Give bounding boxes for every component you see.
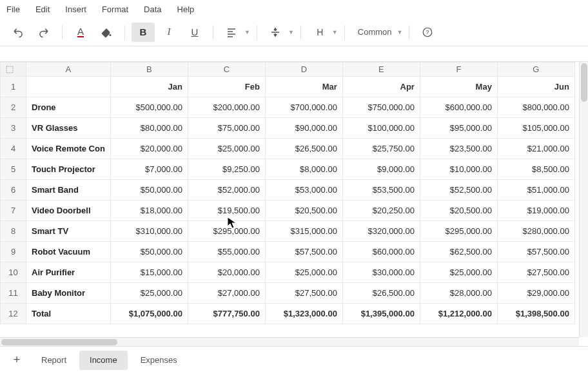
cell[interactable]: $20,000.00 [188, 262, 265, 283]
cell[interactable]: $19,500.00 [188, 200, 265, 221]
cell[interactable]: $800,000.00 [497, 97, 574, 118]
formula-bar[interactable] [0, 46, 588, 62]
cell[interactable]: $8,500.00 [497, 159, 574, 180]
column-header[interactable]: C [188, 63, 265, 77]
cell[interactable]: $52,000.00 [188, 180, 265, 200]
cell[interactable]: $7,000.00 [110, 159, 188, 180]
redo-button[interactable] [32, 23, 55, 42]
scrollbar-thumb[interactable] [1, 339, 117, 345]
select-all-cell[interactable] [1, 63, 26, 77]
cell[interactable]: May [420, 77, 497, 97]
cell[interactable]: $53,500.00 [342, 180, 420, 200]
cell[interactable]: $8,000.00 [265, 159, 342, 180]
cell[interactable]: $57,500.00 [265, 242, 342, 262]
cell[interactable]: $1,075,000.00 [110, 304, 188, 324]
row-header[interactable]: 4 [1, 139, 26, 159]
cell[interactable]: $10,000.00 [420, 159, 497, 180]
sheet-tab-income[interactable]: Income [79, 351, 128, 370]
cell[interactable]: $18,000.00 [110, 200, 188, 221]
cell[interactable]: $60,000.00 [342, 242, 420, 262]
row-header[interactable]: 1 [1, 77, 26, 97]
cell[interactable]: $57,500.00 [497, 242, 574, 262]
cell[interactable]: Mar [265, 77, 342, 97]
column-header[interactable]: B [110, 63, 188, 77]
cell[interactable]: $500,000.00 [110, 97, 188, 118]
cell[interactable]: $105,000.00 [497, 118, 574, 139]
horizontal-scrollbar[interactable] [0, 337, 579, 346]
cell[interactable]: Jun [497, 77, 574, 97]
column-header[interactable]: A [26, 63, 111, 77]
row-header[interactable]: 2 [1, 97, 26, 118]
help-button[interactable]: ? [416, 23, 439, 42]
text-color-button[interactable]: A [69, 23, 92, 42]
cell[interactable]: $75,000.00 [188, 118, 265, 139]
cell[interactable]: $23,500.00 [420, 139, 497, 159]
cell[interactable]: $90,000.00 [265, 118, 342, 139]
cell[interactable]: Jan [110, 77, 188, 97]
row-header[interactable]: 7 [1, 200, 26, 221]
cell[interactable]: Smart Band [26, 180, 111, 200]
cell[interactable]: $55,000.00 [188, 242, 265, 262]
cell[interactable]: Touch Projector [26, 159, 111, 180]
cell[interactable] [26, 77, 111, 97]
column-header[interactable]: G [497, 63, 574, 77]
cell[interactable]: $200,000.00 [188, 97, 265, 118]
cell[interactable]: Feb [188, 77, 265, 97]
cell[interactable]: $9,000.00 [342, 159, 420, 180]
cell[interactable]: $26,500.00 [342, 283, 420, 304]
cell[interactable]: $19,000.00 [497, 200, 574, 221]
cell[interactable]: $95,000.00 [420, 118, 497, 139]
cell[interactable]: $295,000.00 [420, 221, 497, 242]
cell[interactable]: $1,212,000.00 [420, 304, 497, 324]
underline-button[interactable]: U [183, 23, 206, 42]
column-header[interactable]: E [342, 63, 420, 77]
cell[interactable]: $25,000.00 [420, 262, 497, 283]
cell[interactable]: $20,000.00 [110, 139, 188, 159]
cell[interactable]: Air Purifier [26, 262, 111, 283]
cell[interactable]: Robot Vacuum [26, 242, 111, 262]
cell[interactable]: $51,000.00 [497, 180, 574, 200]
cell[interactable]: $27,500.00 [497, 262, 574, 283]
cell[interactable]: $25,000.00 [265, 262, 342, 283]
cell[interactable]: $53,000.00 [265, 180, 342, 200]
cell[interactable]: $100,000.00 [342, 118, 420, 139]
menu-insert[interactable]: Insert [65, 5, 86, 14]
menu-file[interactable]: File [6, 5, 20, 14]
cell[interactable]: $29,000.00 [497, 283, 574, 304]
menu-format[interactable]: Format [102, 5, 128, 14]
menu-help[interactable]: Help [177, 5, 195, 14]
cell[interactable]: $20,250.00 [342, 200, 420, 221]
cell[interactable]: $20,500.00 [265, 200, 342, 221]
cell[interactable]: Video Doorbell [26, 200, 111, 221]
cell[interactable]: Apr [342, 77, 420, 97]
cell[interactable]: $27,000.00 [188, 283, 265, 304]
horizontal-align-button[interactable]: ▼ [220, 23, 250, 42]
cell[interactable]: $20,500.00 [420, 200, 497, 221]
format-combo[interactable]: Common ▼ [351, 27, 403, 37]
row-header[interactable]: 8 [1, 221, 26, 242]
cell[interactable]: $30,000.00 [342, 262, 420, 283]
cell[interactable]: $50,000.00 [110, 180, 188, 200]
vertical-scrollbar[interactable] [579, 62, 588, 337]
cell[interactable]: $1,398,500.00 [497, 304, 574, 324]
cell[interactable]: $9,250.00 [188, 159, 265, 180]
cell[interactable]: Total [26, 304, 111, 324]
cell[interactable]: $52,500.00 [420, 180, 497, 200]
row-header[interactable]: 6 [1, 180, 26, 200]
row-header[interactable]: 12 [1, 304, 26, 324]
italic-button[interactable]: I [157, 23, 181, 42]
row-header[interactable]: 3 [1, 118, 26, 139]
row-header[interactable]: 11 [1, 283, 26, 304]
cell[interactable]: $280,000.00 [497, 221, 574, 242]
cell[interactable]: $80,000.00 [110, 118, 188, 139]
undo-button[interactable] [6, 23, 30, 42]
fill-color-button[interactable] [95, 23, 118, 42]
cell[interactable]: Baby Monitor [26, 283, 111, 304]
cell[interactable]: $28,000.00 [420, 283, 497, 304]
bold-button[interactable]: B [132, 23, 155, 42]
cell[interactable]: $1,323,000.00 [265, 304, 342, 324]
cell[interactable]: $750,000.00 [342, 97, 420, 118]
cell[interactable]: Voice Remote Con [26, 139, 111, 159]
cell[interactable]: $21,000.00 [497, 139, 574, 159]
cell[interactable]: $25,000.00 [188, 139, 265, 159]
